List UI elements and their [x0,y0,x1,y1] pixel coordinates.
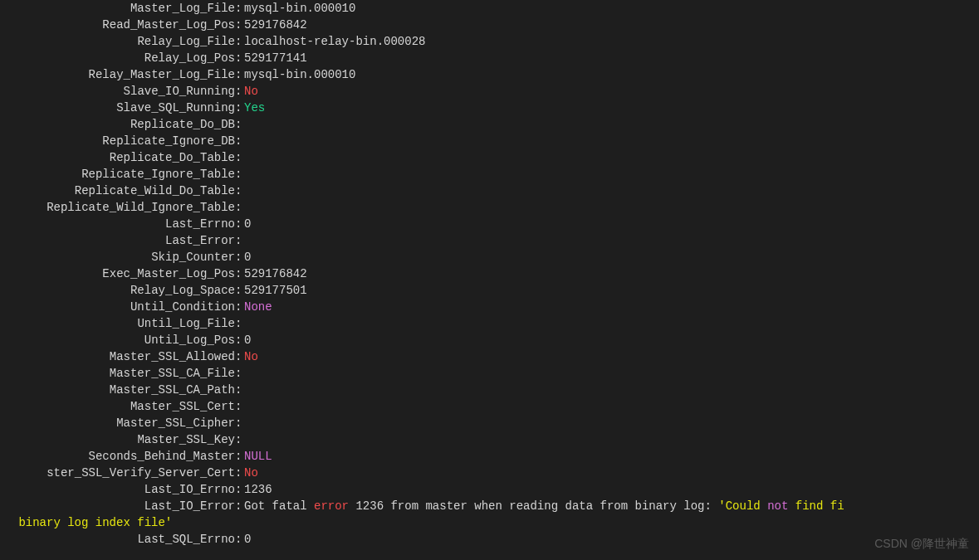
colon-separator: : [235,481,244,498]
field-label: Replicate_Do_Table [0,149,235,166]
status-row: Last_Error: [0,232,979,249]
field-label: Slave_IO_Running [0,83,235,100]
status-row: Replicate_Do_DB: [0,116,979,133]
field-label: Master_SSL_Cipher [0,415,235,431]
field-value: No [244,465,979,481]
colon-separator: : [235,50,244,66]
field-label: Last_IO_Error [0,498,235,514]
field-label: Until_Log_File [0,315,235,332]
field-value [244,398,979,415]
status-row: Master_SSL_Cert: [0,398,979,415]
status-row: ster_SSL_Verify_Server_Cert:No [0,465,979,481]
field-value [244,382,979,398]
field-value [244,232,979,249]
watermark-text: CSDN @降世神童 [874,535,969,552]
field-label: Master_SSL_CA_Path [0,382,235,398]
status-row: Relay_Log_Space:529177501 [0,282,979,299]
field-value [244,199,979,216]
status-row: Until_Condition:None [0,299,979,315]
field-value [244,166,979,183]
colon-separator: : [235,216,244,232]
field-value [244,133,979,149]
field-label: Seconds_Behind_Master [0,448,235,465]
field-label: Master_SSL_CA_File [0,365,235,382]
field-value [244,365,979,382]
field-label: Last_SQL_Errno [0,531,235,548]
colon-separator: : [235,431,244,448]
field-value: 0 [244,332,979,348]
status-row: Slave_IO_Running:No [0,83,979,100]
status-row: Master_Log_File:mysql-bin.000010 [0,0,979,17]
field-label: Relay_Log_Pos [0,50,235,66]
field-label: Master_SSL_Key [0,431,235,448]
field-label: Slave_SQL_Running [0,100,235,116]
field-label: Master_SSL_Allowed [0,348,235,365]
status-row: Replicate_Ignore_Table: [0,166,979,183]
status-row: Last_SQL_Errno:0 [0,531,979,548]
field-label: Master_Log_File [0,0,235,17]
status-row: Seconds_Behind_Master:NULL [0,448,979,465]
status-row: Master_SSL_Cipher: [0,415,979,431]
field-value [244,431,979,448]
status-row: Last_IO_Error:Got fatal error 1236 from … [0,498,979,514]
terminal-output[interactable]: Master_Log_File:mysql-bin.000010Read_Mas… [0,0,979,548]
colon-separator: : [235,282,244,299]
field-value [244,183,979,199]
field-label: Replicate_Ignore_Table [0,166,235,183]
field-label: Skip_Counter [0,249,235,265]
status-row: Read_Master_Log_Pos:529176842 [0,17,979,33]
colon-separator: : [235,415,244,431]
colon-separator: : [235,398,244,415]
status-row: Skip_Counter:0 [0,249,979,265]
colon-separator: : [235,149,244,166]
colon-separator: : [235,348,244,365]
status-row: Master_SSL_Key: [0,431,979,448]
field-value: No [244,348,979,365]
field-value: NULL [244,448,979,465]
colon-separator: : [235,116,244,133]
colon-separator: : [235,448,244,465]
field-value: 529177141 [244,50,979,66]
colon-separator: : [235,199,244,216]
field-value: mysql-bin.000010 [244,66,979,83]
field-label: Last_Error [0,232,235,249]
colon-separator: : [235,332,244,348]
colon-separator: : [235,183,244,199]
field-value: 0 [244,249,979,265]
status-row: Last_IO_Errno:1236 [0,481,979,498]
field-value: 529176842 [244,265,979,282]
field-value [244,149,979,166]
field-label: Exec_Master_Log_Pos [0,265,235,282]
colon-separator: : [235,265,244,282]
status-row: Until_Log_File: [0,315,979,332]
status-row: Slave_SQL_Running:Yes [0,100,979,116]
field-value: 529177501 [244,282,979,299]
colon-separator: : [235,100,244,116]
field-value: Got fatal error 1236 from master when re… [244,498,979,514]
colon-separator: : [235,33,244,50]
status-row: Master_SSL_Allowed:No [0,348,979,365]
field-value: mysql-bin.000010 [244,0,979,17]
field-value: Yes [244,100,979,116]
status-row: Master_SSL_CA_File: [0,365,979,382]
colon-separator: : [235,0,244,17]
field-label: Replicate_Ignore_DB [0,133,235,149]
colon-separator: : [235,498,244,514]
colon-separator: : [235,299,244,315]
field-value: 0 [244,531,979,548]
colon-separator: : [235,382,244,398]
colon-separator: : [235,315,244,332]
colon-separator: : [235,17,244,33]
field-label: Replicate_Do_DB [0,116,235,133]
field-label: Replicate_Wild_Do_Table [0,183,235,199]
field-value [244,415,979,431]
field-value: None [244,299,979,315]
field-label: Relay_Master_Log_File [0,66,235,83]
colon-separator: : [235,232,244,249]
field-label: Replicate_Wild_Ignore_Table [0,199,235,216]
field-label: Relay_Log_Space [0,282,235,299]
field-label: Last_IO_Errno [0,481,235,498]
field-value [244,116,979,133]
field-value: No [244,83,979,100]
status-row: Replicate_Wild_Do_Table: [0,183,979,199]
